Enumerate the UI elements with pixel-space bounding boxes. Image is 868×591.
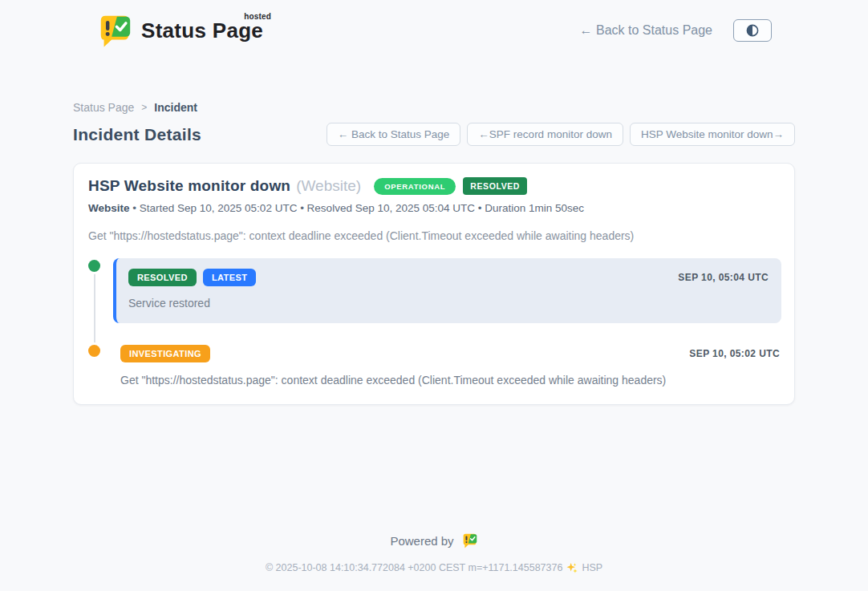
incident-meta-component: Website xyxy=(88,202,130,214)
next-incident-button[interactable]: HSP Website monitor down→ xyxy=(630,123,795,146)
timeline-highlight-box: RESOLVED LATEST SEP 10, 05:04 UTC Servic… xyxy=(113,258,781,323)
footer-logo-icon xyxy=(461,532,478,549)
timeline-item-investigating: INVESTIGATING SEP 10, 05:02 UTC Get "htt… xyxy=(88,343,781,387)
brand-name: Status Page hosted xyxy=(141,18,268,43)
latest-badge: LATEST xyxy=(203,269,256,286)
incident-meta-details: • Started Sep 10, 2025 05:02 UTC • Resol… xyxy=(132,202,584,214)
investigating-badge: INVESTIGATING xyxy=(120,345,210,362)
timeline-message: Service restored xyxy=(128,297,769,310)
half-circle-theme-icon xyxy=(744,22,761,38)
operational-badge: OPERATIONAL xyxy=(374,178,456,195)
timeline-dot-column xyxy=(88,258,113,272)
investigating-dot-icon xyxy=(88,345,100,357)
brand-logo[interactable]: Status Page hosted xyxy=(96,11,268,50)
resolved-status-badge: RESOLVED xyxy=(463,177,527,195)
copyright-suffix: HSP xyxy=(582,562,602,573)
main-content: Status Page > Incident Incident Details … xyxy=(73,50,795,405)
incident-title-row: HSP Website monitor down (Website) OPERA… xyxy=(88,177,781,195)
incident-card: HSP Website monitor down (Website) OPERA… xyxy=(73,163,795,405)
breadcrumb-separator: > xyxy=(141,102,147,113)
copyright-line: © 2025-10-08 14:10:34.772084 +0200 CEST … xyxy=(0,562,868,573)
incident-badges: OPERATIONAL RESOLVED xyxy=(374,177,527,195)
incident-title: HSP Website monitor down xyxy=(88,177,290,195)
breadcrumb: Status Page > Incident xyxy=(73,101,795,114)
resolved-dot-icon xyxy=(88,260,100,272)
incident-meta: Website • Started Sep 10, 2025 05:02 UTC… xyxy=(88,202,781,214)
timeline-badge-row: INVESTIGATING SEP 10, 05:02 UTC xyxy=(120,345,780,362)
timeline-message: Get "https://hostedstatus.page": context… xyxy=(120,374,780,387)
timeline-item-resolved: RESOLVED LATEST SEP 10, 05:04 UTC Servic… xyxy=(88,258,781,323)
header: Status Page hosted ← Back to Status Page xyxy=(0,0,868,50)
page-title: Incident Details xyxy=(73,125,201,144)
incident-component: (Website) xyxy=(296,177,361,195)
powered-by-label: Powered by xyxy=(390,534,453,548)
timeline-timestamp: SEP 10, 05:02 UTC xyxy=(689,348,780,359)
breadcrumb-status-page[interactable]: Status Page xyxy=(73,101,134,114)
sparkles-icon xyxy=(566,562,578,573)
timeline-plain-content: INVESTIGATING SEP 10, 05:02 UTC Get "htt… xyxy=(113,343,781,387)
prev-incident-button[interactable]: ←SPF record monitor down xyxy=(467,123,623,146)
footer: Powered by © 2025-10-08 14:10:34.772084 … xyxy=(0,532,868,591)
header-actions: ← Back to Status Page xyxy=(580,19,772,42)
timeline-timestamp: SEP 10, 05:04 UTC xyxy=(678,272,769,283)
incident-timeline: RESOLVED LATEST SEP 10, 05:04 UTC Servic… xyxy=(88,258,781,387)
incident-nav-buttons: ← Back to Status Page ←SPF record monito… xyxy=(327,123,795,146)
title-row: Incident Details ← Back to Status Page ←… xyxy=(73,123,795,146)
powered-by-link[interactable]: Powered by xyxy=(390,532,477,549)
breadcrumb-incident: Incident xyxy=(154,101,197,114)
theme-toggle-button[interactable] xyxy=(733,19,772,42)
timeline-dot-column xyxy=(88,343,113,357)
resolved-badge: RESOLVED xyxy=(128,269,197,286)
brand-tag: hosted xyxy=(244,12,271,21)
timeline-badge-row: RESOLVED LATEST SEP 10, 05:04 UTC xyxy=(128,269,769,286)
back-to-status-page-button[interactable]: ← Back to Status Page xyxy=(327,123,461,146)
copyright-text: © 2025-10-08 14:10:34.772084 +0200 CEST … xyxy=(266,562,563,573)
header-back-link[interactable]: ← Back to Status Page xyxy=(580,23,712,38)
brand-logo-icon xyxy=(96,11,133,50)
incident-description: Get "https://hostedstatus.page": context… xyxy=(88,229,781,242)
